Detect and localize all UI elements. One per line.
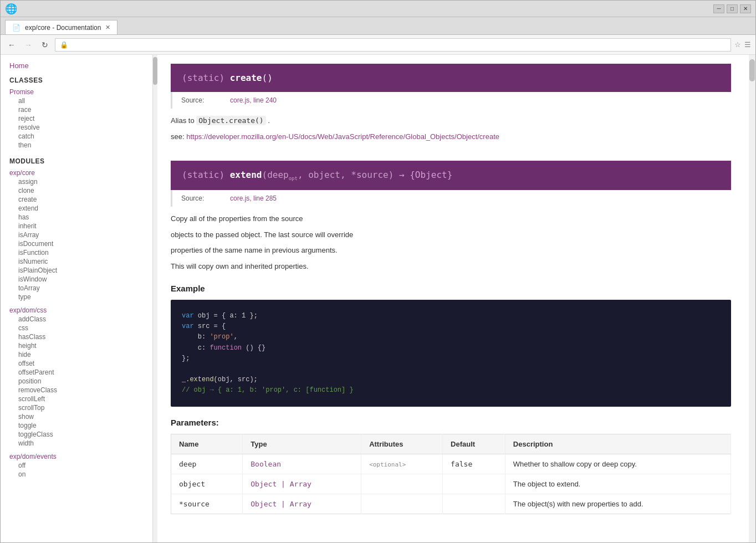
- sidebar-isarray[interactable]: isArray: [9, 230, 144, 239]
- sidebar-show[interactable]: show: [9, 412, 144, 421]
- sidebar-isdocument[interactable]: isDocument: [9, 239, 144, 248]
- forward-button[interactable]: →: [22, 38, 35, 52]
- sidebar-hide[interactable]: hide: [9, 350, 144, 359]
- col-description: Description: [505, 434, 731, 454]
- sidebar-inherit[interactable]: inherit: [9, 222, 144, 230]
- sidebar-scrolltop[interactable]: scrollTop: [9, 403, 144, 412]
- extend-desc-3: properties of the same name in previous …: [171, 245, 731, 257]
- sidebar-isnumeric[interactable]: isNumeric: [9, 257, 144, 266]
- param-default-object: [443, 474, 505, 494]
- create-static-label: (static): [182, 73, 230, 83]
- sidebar-promise-link[interactable]: Promise: [9, 88, 144, 96]
- address-bar[interactable]: 🔒: [55, 38, 731, 52]
- sidebar-sublink-resolve[interactable]: resolve: [9, 123, 144, 132]
- extend-static-label: (static): [182, 170, 230, 180]
- param-type-deep: Boolean: [243, 454, 361, 474]
- sidebar-wrapper: Home CLASSES Promise all race reject res…: [1, 55, 153, 542]
- sidebar-width[interactable]: width: [9, 439, 144, 448]
- sidebar-removeclass[interactable]: removeClass: [9, 386, 144, 395]
- extend-params: (deepopt, object, *source): [262, 170, 394, 180]
- menu-icon[interactable]: ☰: [744, 40, 751, 49]
- col-name: Name: [171, 434, 243, 454]
- sidebar-clone[interactable]: clone: [9, 186, 144, 195]
- code-line-5: };: [182, 354, 720, 364]
- sidebar-sublink-reject[interactable]: reject: [9, 114, 144, 123]
- active-tab[interactable]: 📄 exp/core - Documentation ✕: [5, 20, 118, 34]
- sidebar-iswindow[interactable]: isWindow: [9, 275, 144, 284]
- main-scrollbar[interactable]: [749, 55, 755, 542]
- code-line-blank: [182, 364, 720, 375]
- code-line-7: // obj → { a: 1, b: 'prop', c: [function…: [182, 385, 720, 396]
- tab-close-button[interactable]: ✕: [105, 24, 110, 31]
- sidebar-expcore-link[interactable]: exp/core: [9, 168, 144, 177]
- sidebar-has[interactable]: has: [9, 213, 144, 222]
- sidebar-offsetparent[interactable]: offsetParent: [9, 368, 144, 377]
- param-attr-deep: <optional>: [361, 454, 443, 474]
- create-source-link[interactable]: core.js, line 240: [230, 96, 277, 104]
- sidebar-create[interactable]: create: [9, 195, 144, 204]
- sidebar-home-link[interactable]: Home: [9, 62, 144, 70]
- extend-desc-2: objects to the passed object. The last s…: [171, 229, 731, 241]
- method-extend: (static) extend(deepopt, object, *source…: [171, 161, 731, 515]
- param-attr-object: [361, 474, 443, 494]
- param-desc-deep: Whether to shallow copy or deep copy.: [505, 454, 731, 474]
- sidebar-expdomcss-link[interactable]: exp/dom/css: [9, 306, 144, 315]
- code-line-2: var src = {: [182, 321, 720, 332]
- example-heading: Example: [171, 284, 731, 293]
- params-table: Name Type Attributes Default Description…: [171, 434, 731, 514]
- extend-source-label: Source:: [181, 194, 226, 202]
- reload-button[interactable]: ↻: [38, 38, 52, 52]
- sidebar-sublink-catch[interactable]: catch: [9, 132, 144, 141]
- bookmark-icon[interactable]: ☆: [734, 40, 741, 49]
- address-text: 🔒: [60, 41, 68, 49]
- create-parens: (): [262, 73, 273, 83]
- sidebar-height[interactable]: height: [9, 341, 144, 350]
- sidebar-sublink-then[interactable]: then: [9, 141, 144, 150]
- sidebar-sublink-all[interactable]: all: [9, 96, 144, 105]
- code-line-1: var obj = { a: 1 };: [182, 311, 720, 321]
- sidebar-toggle[interactable]: toggle: [9, 421, 144, 430]
- sidebar-extend[interactable]: extend: [9, 204, 144, 213]
- extend-source-link[interactable]: core.js, line 285: [230, 194, 277, 202]
- col-type: Type: [243, 434, 361, 454]
- main-scrollbar-thumb[interactable]: [749, 59, 755, 81]
- sidebar-offset[interactable]: offset: [9, 359, 144, 368]
- col-attributes: Attributes: [361, 434, 443, 454]
- create-see-link[interactable]: https://developer.mozilla.org/en-US/docs…: [186, 132, 499, 141]
- sidebar-scrollbar[interactable]: [153, 55, 157, 542]
- create-alias-code: Object.create(): [196, 116, 265, 125]
- sidebar-toggleclass[interactable]: toggleClass: [9, 430, 144, 439]
- maximize-button[interactable]: □: [727, 4, 738, 13]
- tab-title: exp/core - Documentation: [25, 24, 101, 32]
- create-see-text: see: https://developer.mozilla.org/en-US…: [171, 131, 731, 143]
- sidebar-addclass[interactable]: addClass: [9, 315, 144, 324]
- table-row: object Object | Array The object to exte…: [171, 474, 731, 494]
- sidebar-css[interactable]: css: [9, 324, 144, 332]
- sidebar-sublink-race[interactable]: race: [9, 105, 144, 114]
- param-attr-source: [361, 494, 443, 514]
- minimize-button[interactable]: ─: [713, 4, 724, 13]
- sidebar: Home CLASSES Promise all race reject res…: [1, 55, 153, 542]
- content-area: Home CLASSES Promise all race reject res…: [1, 55, 755, 542]
- params-table-header-row: Name Type Attributes Default Description: [171, 434, 731, 454]
- code-line-4: c: function () {}: [182, 343, 720, 354]
- sidebar-on[interactable]: on: [9, 470, 144, 479]
- sidebar-toarray[interactable]: toArray: [9, 284, 144, 293]
- sidebar-assign[interactable]: assign: [9, 177, 144, 186]
- sidebar-type[interactable]: type: [9, 293, 144, 301]
- sidebar-isplainobject[interactable]: isPlainObject: [9, 266, 144, 275]
- title-bar: 🌐 ─ □ ✕: [1, 1, 755, 17]
- sidebar-scrollbar-thumb[interactable]: [153, 57, 157, 85]
- param-name-deep: deep: [171, 454, 243, 474]
- sidebar-scrollleft[interactable]: scrollLeft: [9, 395, 144, 403]
- window-controls: ─ □ ✕: [713, 4, 751, 13]
- close-button[interactable]: ✕: [740, 4, 751, 13]
- sidebar-off[interactable]: off: [9, 461, 144, 470]
- back-button[interactable]: ←: [5, 38, 18, 52]
- method-extend-header: (static) extend(deepopt, object, *source…: [171, 161, 731, 190]
- sidebar-isfunction[interactable]: isFunction: [9, 248, 144, 257]
- title-bar-left: 🌐: [5, 3, 17, 15]
- sidebar-position[interactable]: position: [9, 377, 144, 386]
- sidebar-hasclass[interactable]: hasClass: [9, 332, 144, 341]
- sidebar-expdomevents-link[interactable]: exp/dom/events: [9, 452, 144, 461]
